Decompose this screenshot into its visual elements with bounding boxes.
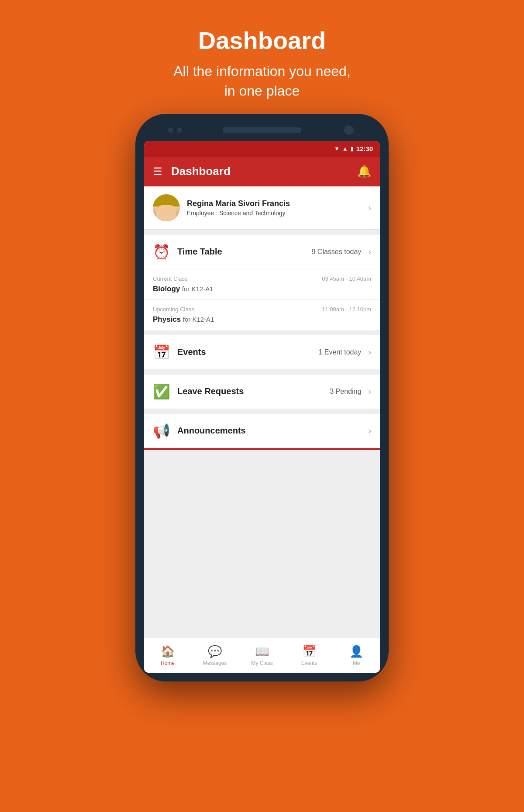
phone-dot-2 <box>177 127 182 133</box>
current-class-group-val: for K12-A1 <box>182 285 214 292</box>
current-class-label: Current Class <box>153 275 187 282</box>
timetable-header: ⏰ Time Table 9 Classes today › <box>144 235 380 269</box>
menu-icon[interactable]: ☰ <box>153 165 162 178</box>
user-role: Employee : Science and Technology <box>187 210 361 217</box>
announce-chevron-icon: › <box>368 426 371 436</box>
timetable-title: Time Table <box>177 247 304 257</box>
wifi-icon: ▼ <box>334 145 340 152</box>
status-time: 12:30 <box>356 145 373 152</box>
avatar <box>153 194 180 221</box>
upcoming-class-label: Upcoming Class <box>153 306 194 313</box>
user-card[interactable]: Regina Maria Sivori Francis Employee : S… <box>144 186 380 230</box>
user-chevron-icon: › <box>368 203 371 213</box>
leave-count: 3 Pending <box>330 388 361 396</box>
section-gap-4 <box>144 409 380 414</box>
phone-shell: ▼ ▲ ▮ 12:30 ☰ Dashboard 🔔 <box>135 114 389 681</box>
leave-icon: ✅ <box>153 383 170 400</box>
upcoming-class-item[interactable]: Upcoming Class 11:00am - 12.10pm Physics… <box>144 299 380 330</box>
timetable-chevron-icon: › <box>368 247 371 257</box>
status-icons: ▼ ▲ ▮ 12:30 <box>334 145 373 152</box>
phone-camera <box>344 125 354 135</box>
nav-item-me[interactable]: 👤 Me <box>333 638 380 673</box>
user-name: Regina Maria Sivori Francis <box>187 199 361 208</box>
leave-title: Leave Requests <box>177 386 323 396</box>
leave-chevron-icon: › <box>368 386 371 396</box>
current-class-subject: Biology for K12-A1 <box>153 285 371 293</box>
announcements-card[interactable]: 📢 Announcements › <box>144 414 380 448</box>
me-icon: 👤 <box>349 645 363 658</box>
timetable-icon: ⏰ <box>153 244 170 260</box>
user-info: Regina Maria Sivori Francis Employee : S… <box>187 199 361 217</box>
events-chevron-icon: › <box>368 347 371 357</box>
phone-dot-1 <box>168 127 173 133</box>
phone-dots <box>168 127 182 133</box>
nav-label-events: Events <box>301 660 317 666</box>
nav-label-myclass: My Class <box>251 660 272 666</box>
page-subtitle: All the information you need, in one pla… <box>173 62 351 101</box>
timetable-card[interactable]: ⏰ Time Table 9 Classes today › Current C… <box>144 235 380 330</box>
scroll-indicator <box>144 448 380 450</box>
nav-item-events[interactable]: 📅 Events <box>286 638 333 673</box>
announce-title: Announcements <box>177 426 354 436</box>
section-gap-2 <box>144 330 380 335</box>
myclass-icon: 📖 <box>255 645 269 658</box>
leave-requests-card[interactable]: ✅ Leave Requests 3 Pending › <box>144 375 380 409</box>
events-card[interactable]: 📅 Events 1 Event today › <box>144 335 380 369</box>
upcoming-class-header: Upcoming Class 11:00am - 12.10pm <box>153 306 371 313</box>
timetable-count: 9 Classes today <box>311 248 361 256</box>
app-bar: ☰ Dashboard 🔔 <box>144 157 380 186</box>
nav-label-me: Me <box>353 660 360 666</box>
nav-events-icon: 📅 <box>302 645 316 658</box>
signal-icon: ▲ <box>342 145 348 152</box>
current-class-time: 09:45am - 10.40am <box>322 275 371 282</box>
nav-item-home[interactable]: 🏠 Home <box>144 638 191 673</box>
main-content: Regina Maria Sivori Francis Employee : S… <box>144 186 380 638</box>
battery-icon: ▮ <box>351 145 354 152</box>
upcoming-class-group: for K12-A1 <box>183 316 214 323</box>
phone-screen: ▼ ▲ ▮ 12:30 ☰ Dashboard 🔔 <box>144 141 380 673</box>
page-header: Dashboard All the information you need, … <box>173 0 351 114</box>
section-gap-1 <box>144 230 380 235</box>
home-icon: 🏠 <box>161 645 175 658</box>
nav-label-messages: Messages <box>203 660 227 666</box>
nav-label-home: Home <box>161 660 175 666</box>
events-title: Events <box>177 347 311 357</box>
nav-item-myclass[interactable]: 📖 My Class <box>238 638 286 673</box>
current-class-header: Current Class 09:45am - 10.40am <box>153 275 371 282</box>
app-bar-title: Dashboard <box>171 165 357 178</box>
section-gap-3 <box>144 369 380 375</box>
bottom-nav: 🏠 Home 💬 Messages 📖 My Class 📅 Events 👤 … <box>144 638 380 673</box>
page-title: Dashboard <box>173 26 351 55</box>
upcoming-class-time: 11:00am - 12.10pm <box>322 306 371 313</box>
current-class-item[interactable]: Current Class 09:45am - 10.40am Biology … <box>144 269 380 299</box>
messages-icon: 💬 <box>208 645 222 658</box>
announce-icon: 📢 <box>153 423 170 439</box>
phone-speaker <box>223 127 301 133</box>
upcoming-class-subject: Physics for K12-A1 <box>153 315 371 324</box>
status-bar: ▼ ▲ ▮ 12:30 <box>144 141 380 157</box>
events-icon: 📅 <box>153 344 170 361</box>
bell-icon[interactable]: 🔔 <box>357 165 371 178</box>
events-count: 1 Event today <box>318 348 361 356</box>
nav-item-messages[interactable]: 💬 Messages <box>191 638 238 673</box>
phone-top <box>144 123 380 141</box>
